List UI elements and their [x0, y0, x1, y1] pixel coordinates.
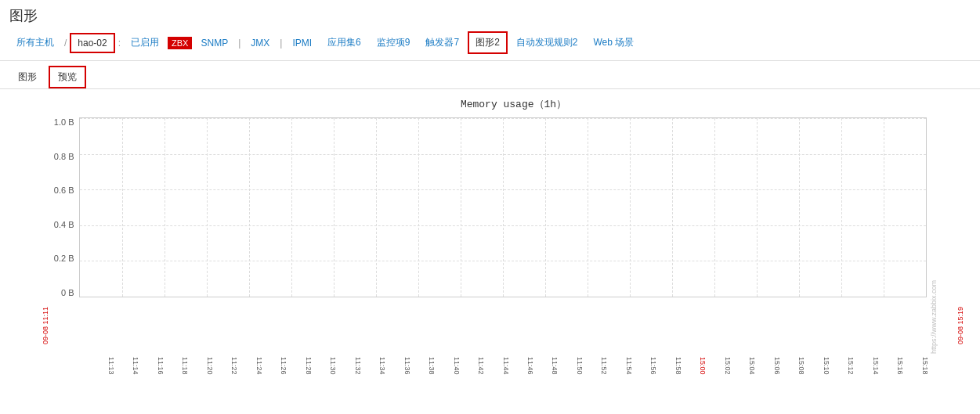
nav-snmp[interactable]: SNMP: [193, 34, 235, 52]
grid-v-2: [165, 118, 165, 297]
y-label-1: 1.0 B: [54, 117, 74, 127]
x-label: 11:50: [576, 357, 584, 375]
left-date-label: 09-08 11:11: [42, 307, 49, 344]
x-label: 11:52: [600, 357, 608, 375]
x-label: 15:14: [872, 357, 880, 375]
right-url-label: https://www.zabbix.com: [927, 117, 941, 354]
grid-v-16: [757, 118, 758, 297]
x-label: 15:04: [748, 357, 756, 375]
x-label: 15:00: [699, 357, 707, 375]
nav-zbx-badge[interactable]: ZBX: [168, 37, 192, 49]
x-label: 11:32: [354, 357, 362, 375]
nav-pipe1: |: [237, 38, 242, 49]
y-label-6: 0 B: [61, 288, 74, 297]
grid-v-10: [503, 118, 504, 297]
grid-v-3: [207, 118, 208, 297]
nav-jmx[interactable]: JMX: [244, 34, 277, 52]
x-label: 11:34: [378, 357, 386, 375]
y-label-4: 0.4 B: [54, 220, 74, 229]
content-area: Memory usage（1h） 1.0 B 0.8 B 0.6 B 0.4 B…: [0, 89, 980, 414]
x-label: 11:36: [403, 357, 411, 375]
x-label: 11:14: [132, 357, 139, 375]
x-label: 11:56: [649, 357, 657, 375]
nav-host[interactable]: hao-02: [70, 33, 114, 53]
x-label: 11:30: [329, 357, 337, 375]
grid-v-5: [291, 118, 292, 297]
x-label: 11:28: [305, 357, 313, 375]
x-label: 11:16: [157, 357, 165, 375]
nav-app-sets[interactable]: 应用集6: [320, 32, 368, 53]
x-label: 15:02: [724, 357, 732, 375]
x-label: 11:38: [428, 357, 436, 375]
sub-tabs-bar: 图形 预览: [0, 61, 980, 89]
chart-container: Memory usage（1h） 1.0 B 0.8 B 0.6 B 0.4 B…: [9, 97, 971, 414]
grid-v-15: [714, 118, 715, 297]
x-label: 11:22: [230, 357, 238, 375]
x-label: 11:24: [255, 357, 263, 375]
x-label: 15:12: [847, 357, 855, 375]
x-label: 11:44: [502, 357, 510, 375]
x-axis: 09-08 11:11 09-08 15:19: [79, 299, 927, 354]
grid-v-1: [122, 118, 123, 297]
x-label: 11:13: [107, 357, 115, 375]
legend-stats-wrapper: 最新 最小 平均 最大: [400, 407, 580, 414]
nav-ipmi[interactable]: IPMI: [285, 34, 319, 52]
grid-v-9: [461, 118, 461, 297]
nav-triggers[interactable]: 触发器7: [418, 32, 466, 53]
y-label-2: 0.8 B: [54, 152, 74, 161]
chart-plot-area: 09-08 11:11 09-08 15:19: [79, 117, 927, 354]
x-label: 11:18: [181, 357, 189, 375]
grid-v-11: [545, 118, 546, 297]
grid-v-13: [630, 118, 631, 297]
grid-v-6: [334, 118, 335, 297]
nav-enabled[interactable]: 已启用: [124, 32, 166, 53]
grid-v-7: [376, 118, 377, 297]
grid-v-12: [588, 118, 588, 297]
x-label: 11:46: [526, 357, 534, 375]
grid-v-4: [249, 118, 250, 297]
chart-title: Memory usage（1h）: [461, 97, 566, 111]
chart-grid: [79, 117, 927, 297]
page-header: 图形 所有主机 / hao-02 : 已启用 ZBX SNMP | JMX | …: [0, 0, 980, 61]
grid-v-18: [841, 118, 842, 297]
x-label: 11:54: [625, 357, 633, 375]
nav-separator2: :: [117, 38, 122, 49]
x-label: 15:08: [797, 357, 805, 375]
y-axis: 1.0 B 0.8 B 0.6 B 0.4 B 0.2 B 0 B: [40, 117, 79, 297]
grid-v-14: [672, 118, 673, 297]
x-label: 11:48: [551, 357, 559, 375]
x-label: 15:06: [773, 357, 781, 375]
grid-v-19: [884, 118, 884, 297]
sub-tab-graphs[interactable]: 图形: [9, 67, 45, 88]
nav-tabs: 所有主机 / hao-02 : 已启用 ZBX SNMP | JMX | IPM…: [9, 31, 971, 54]
grid-v-17: [799, 118, 800, 297]
right-date-label: 09-08 15:19: [956, 307, 964, 344]
x-label: 15:18: [921, 357, 929, 375]
nav-all-hosts[interactable]: 所有主机: [9, 32, 61, 53]
sub-tab-preview[interactable]: 预览: [49, 66, 86, 88]
nav-web[interactable]: Web 场景: [587, 32, 642, 53]
nav-auto-discover[interactable]: 自动发现规则2: [509, 32, 585, 53]
x-label: 11:20: [206, 357, 214, 375]
x-label: 15:10: [823, 357, 830, 375]
y-label-5: 0.2 B: [54, 254, 74, 263]
nav-separator: /: [63, 38, 68, 49]
x-label: 11:58: [674, 357, 682, 375]
page-title: 图形: [9, 6, 971, 25]
x-label: 11:42: [477, 357, 485, 375]
grid-v-8: [418, 118, 419, 297]
nav-graphs[interactable]: 图形2: [468, 31, 508, 54]
x-axis-rendered: 11:1111:1311:1411:1611:1811:2011:2211:24…: [91, 354, 929, 401]
y-label-3: 0.6 B: [54, 185, 74, 195]
x-label: 15:16: [896, 357, 904, 375]
nav-monitors[interactable]: 监控项9: [370, 32, 418, 53]
x-label: 11:40: [453, 357, 461, 375]
x-label: 11:26: [280, 357, 287, 375]
nav-pipe2: |: [278, 38, 284, 49]
